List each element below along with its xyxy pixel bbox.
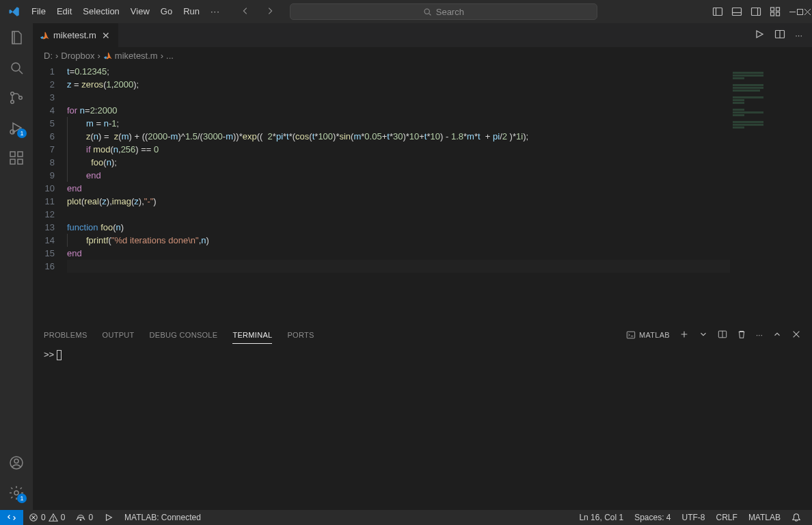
maximize-panel-icon[interactable]	[772, 329, 782, 340]
menu-go[interactable]: Go	[155, 0, 178, 23]
chevron-right-icon: ›	[97, 51, 100, 61]
toggle-primary-sidebar-icon[interactable]	[712, 6, 723, 17]
editor-overflow-icon[interactable]: ···	[795, 30, 802, 40]
tab-close-icon[interactable]: ✕	[100, 30, 111, 41]
search-box[interactable]: Search	[290, 3, 597, 20]
svg-rect-23	[18, 152, 23, 157]
chevron-right-icon: ›	[55, 51, 58, 61]
nav-arrows	[241, 6, 275, 18]
close-panel-icon[interactable]	[791, 329, 801, 340]
matlab-status[interactable]: MATLAB: Connected	[119, 513, 206, 522]
kill-terminal-icon[interactable]	[737, 329, 746, 340]
search-placeholder: Search	[436, 7, 464, 17]
tab-miketest[interactable]: miketest.m ✕	[33, 23, 119, 47]
layout-controls	[712, 6, 809, 17]
search-icon[interactable]	[8, 59, 25, 77]
panel-tab-terminal[interactable]: TERMINAL	[232, 327, 272, 344]
editor-tabs: miketest.m ✕ ···	[33, 23, 812, 47]
menu-selection[interactable]: Selection	[77, 0, 124, 23]
language-mode[interactable]: MATLAB	[743, 513, 786, 522]
menu-edit[interactable]: Edit	[51, 0, 77, 23]
crumb-folder[interactable]: Dropbox	[61, 51, 94, 61]
svg-rect-20	[10, 152, 15, 157]
svg-point-39	[81, 520, 82, 521]
editor-region: miketest.m ✕ ··· D: › Dropbox › miketest…	[33, 23, 812, 510]
debug-status-icon[interactable]	[98, 513, 119, 522]
customize-layout-icon[interactable]	[770, 6, 781, 17]
panel-overflow-icon[interactable]: ···	[756, 331, 763, 339]
svg-point-38	[53, 520, 53, 520]
settings-gear-icon[interactable]: 1	[8, 484, 25, 502]
crumb-drive[interactable]: D:	[44, 51, 53, 61]
problems-status[interactable]: 0 0	[23, 513, 70, 522]
tab-title: miketest.m	[53, 30, 96, 40]
vscode-icon	[3, 5, 26, 18]
window-minimize-icon[interactable]	[789, 0, 796, 23]
nav-back-icon[interactable]	[241, 6, 250, 18]
ports-status[interactable]: 0	[70, 513, 98, 522]
svg-point-0	[424, 9, 429, 14]
panel-tabs: PROBLEMSOUTPUTDEBUG CONSOLETERMINALPORTS…	[33, 325, 812, 345]
svg-point-17	[11, 100, 14, 104]
svg-rect-22	[18, 159, 23, 164]
bottom-panel: PROBLEMSOUTPUTDEBUG CONSOLETERMINALPORTS…	[33, 324, 812, 510]
search-icon	[423, 8, 432, 16]
crumb-file[interactable]: miketest.m	[103, 51, 158, 61]
svg-rect-5	[752, 8, 761, 16]
menu-view[interactable]: View	[125, 0, 155, 23]
terminal-profile[interactable]: MATLAB	[626, 330, 670, 340]
indentation[interactable]: Spaces: 4	[629, 513, 676, 522]
crumb-more[interactable]: ...	[166, 51, 174, 61]
svg-rect-3	[733, 8, 742, 16]
window-close-icon[interactable]	[804, 0, 811, 23]
svg-rect-9	[771, 12, 774, 16]
toggle-panel-icon[interactable]	[731, 6, 742, 17]
code-content[interactable]: t=0.12345;z = zeros(1,2000);for n=2:2000…	[67, 64, 730, 324]
explorer-icon[interactable]	[8, 29, 25, 46]
run-code-icon[interactable]	[754, 29, 765, 42]
title-bar: File Edit Selection View Go Run ··· Sear…	[0, 0, 812, 23]
panel-tab-debug-console[interactable]: DEBUG CONSOLE	[150, 327, 218, 343]
svg-rect-29	[627, 332, 634, 338]
terminal-cursor	[57, 350, 62, 360]
encoding[interactable]: UTF-8	[677, 513, 711, 522]
svg-rect-1	[714, 8, 722, 16]
notifications-icon[interactable]	[786, 513, 807, 522]
terminal-body[interactable]: >>	[33, 345, 812, 510]
svg-rect-10	[776, 12, 780, 16]
menu-overflow[interactable]: ···	[205, 0, 226, 23]
menu-file[interactable]: File	[26, 0, 51, 23]
svg-point-16	[11, 92, 14, 96]
extensions-icon[interactable]	[8, 149, 25, 167]
accounts-icon[interactable]	[8, 454, 25, 472]
svg-rect-12	[797, 9, 802, 14]
svg-point-25	[14, 459, 18, 463]
eol[interactable]: CRLF	[711, 513, 743, 522]
toggle-secondary-sidebar-icon[interactable]	[750, 6, 761, 17]
source-control-icon[interactable]	[8, 89, 25, 107]
minimap[interactable]	[730, 64, 812, 324]
panel-tab-ports[interactable]: PORTS	[287, 327, 314, 343]
svg-rect-8	[776, 8, 780, 11]
split-terminal-icon[interactable]	[718, 329, 727, 340]
new-terminal-icon[interactable]	[679, 329, 689, 340]
svg-rect-7	[771, 8, 774, 11]
line-numbers: 12345678910111213141516	[33, 64, 67, 324]
svg-point-15	[12, 63, 20, 71]
remote-indicator-icon[interactable]	[0, 510, 23, 525]
panel-tab-output[interactable]: OUTPUT	[103, 327, 135, 343]
nav-forward-icon[interactable]	[265, 6, 275, 18]
code-editor[interactable]: 12345678910111213141516 t=0.12345;z = ze…	[33, 64, 812, 324]
matlab-file-icon	[103, 51, 112, 60]
cursor-position[interactable]: Ln 16, Col 1	[573, 513, 629, 522]
terminal-prompt: >>	[44, 349, 54, 360]
menu-run[interactable]: Run	[178, 0, 205, 23]
window-maximize-icon[interactable]	[796, 0, 804, 23]
terminal-dropdown-icon[interactable]	[699, 329, 708, 340]
panel-tab-problems[interactable]: PROBLEMS	[44, 327, 87, 343]
run-debug-icon[interactable]: 1	[8, 119, 25, 137]
breadcrumb[interactable]: D: › Dropbox › miketest.m › ...	[33, 47, 812, 64]
chevron-right-icon: ›	[161, 51, 163, 61]
split-editor-icon[interactable]	[774, 29, 785, 42]
menu-bar: File Edit Selection View Go Run ···	[26, 0, 226, 23]
